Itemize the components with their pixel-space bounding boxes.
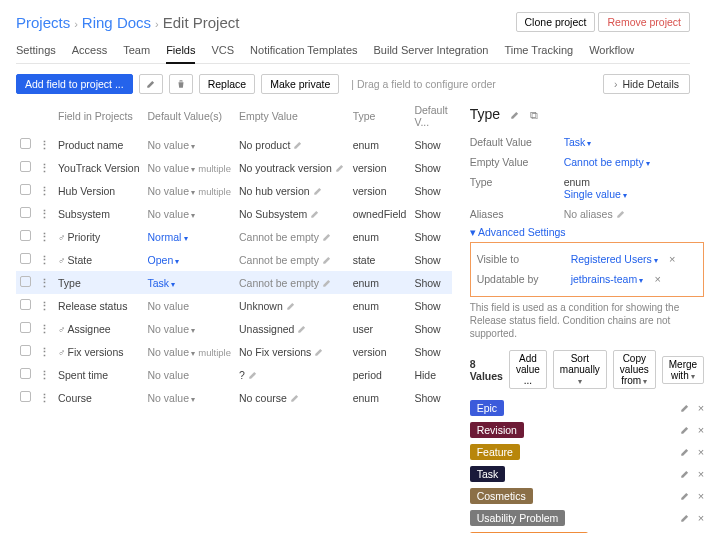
- table-row[interactable]: ⋮SubsystemNo valueNo Subsystem ownedFiel…: [16, 202, 452, 225]
- row-checkbox[interactable]: [20, 184, 31, 195]
- tab-team[interactable]: Team: [123, 40, 150, 63]
- merge-with-button[interactable]: Merge with: [662, 356, 704, 384]
- advanced-settings-toggle[interactable]: ▾ Advanced Settings: [470, 226, 704, 238]
- hide-details-button[interactable]: Hide Details: [603, 74, 690, 94]
- copy-values-button[interactable]: Copy values from: [613, 350, 656, 389]
- edit-icon-button[interactable]: [139, 74, 163, 94]
- tab-workflow[interactable]: Workflow: [589, 40, 634, 63]
- row-checkbox[interactable]: [20, 230, 31, 241]
- value-remove-icon[interactable]: ×: [698, 468, 704, 480]
- drag-handle-icon[interactable]: ⋮: [39, 277, 50, 289]
- value-tag[interactable]: Task: [470, 466, 506, 482]
- value-remove-icon[interactable]: ×: [698, 402, 704, 414]
- breadcrumb-projects[interactable]: Projects: [16, 14, 70, 31]
- delete-icon-button[interactable]: [169, 74, 193, 94]
- value-tag[interactable]: Epic: [470, 400, 504, 416]
- panel-copy-icon[interactable]: ⧉: [530, 109, 538, 121]
- value-edit-icon[interactable]: [680, 490, 690, 502]
- value-remove-icon[interactable]: ×: [698, 424, 704, 436]
- default-value[interactable]: No value: [144, 317, 235, 340]
- breadcrumb-ring-docs[interactable]: Ring Docs: [82, 14, 151, 31]
- row-checkbox[interactable]: [20, 207, 31, 218]
- clone-project-button[interactable]: Clone project: [516, 12, 596, 32]
- field-name: Subsystem: [54, 202, 144, 225]
- panel-edit-icon[interactable]: [510, 109, 520, 121]
- add-value-button[interactable]: Add value ...: [509, 350, 547, 389]
- table-row[interactable]: ⋮CourseNo valueNo course enumShow: [16, 386, 452, 409]
- default-value[interactable]: No value: [144, 386, 235, 409]
- tab-notification-templates[interactable]: Notification Templates: [250, 40, 357, 63]
- updatable-by-value[interactable]: jetbrains-team: [571, 273, 644, 285]
- tab-vcs[interactable]: VCS: [211, 40, 234, 63]
- row-checkbox[interactable]: [20, 368, 31, 379]
- row-checkbox[interactable]: [20, 299, 31, 310]
- drag-handle-icon[interactable]: ⋮: [39, 162, 50, 174]
- drag-handle-icon[interactable]: ⋮: [39, 300, 50, 312]
- remove-project-button[interactable]: Remove project: [598, 12, 690, 32]
- value-edit-icon[interactable]: [680, 468, 690, 480]
- kv-empty-value[interactable]: Cannot be empty: [564, 156, 650, 168]
- default-value[interactable]: No value: [144, 133, 235, 156]
- updatable-by-remove-icon[interactable]: ×: [654, 273, 660, 285]
- alias-edit-icon[interactable]: [616, 208, 626, 220]
- replace-button[interactable]: Replace: [199, 74, 256, 94]
- default-value[interactable]: Task: [144, 271, 235, 294]
- default-value[interactable]: No valuemultiple: [144, 156, 235, 179]
- table-row[interactable]: ⋮♂StateOpenCannot be empty stateShow: [16, 248, 452, 271]
- default-value[interactable]: No valuemultiple: [144, 179, 235, 202]
- drag-handle-icon[interactable]: ⋮: [39, 346, 50, 358]
- value-tag[interactable]: Cosmetics: [470, 488, 533, 504]
- value-tag[interactable]: Revision: [470, 422, 524, 438]
- value-tag[interactable]: Usability Problem: [470, 510, 566, 526]
- row-checkbox[interactable]: [20, 345, 31, 356]
- row-checkbox[interactable]: [20, 161, 31, 172]
- table-row[interactable]: ⋮YouTrack VersionNo valuemultipleNo yout…: [16, 156, 452, 179]
- default-value[interactable]: Open: [144, 248, 235, 271]
- tab-build-server-integration[interactable]: Build Server Integration: [374, 40, 489, 63]
- table-row[interactable]: ⋮TypeTaskCannot be empty enumShow: [16, 271, 452, 294]
- value-remove-icon[interactable]: ×: [698, 512, 704, 524]
- value-edit-icon[interactable]: [680, 424, 690, 436]
- value-edit-icon[interactable]: [680, 512, 690, 524]
- tab-time-tracking[interactable]: Time Tracking: [504, 40, 573, 63]
- value-remove-icon[interactable]: ×: [698, 490, 704, 502]
- visible-to-value[interactable]: Registered Users: [571, 253, 658, 265]
- visible-to-remove-icon[interactable]: ×: [669, 253, 675, 265]
- make-private-button[interactable]: Make private: [261, 74, 339, 94]
- add-field-button[interactable]: Add field to project ...: [16, 74, 133, 94]
- table-row[interactable]: ⋮♂Fix versionsNo valuemultipleNo Fix ver…: [16, 340, 452, 363]
- table-row[interactable]: ⋮Hub VersionNo valuemultipleNo hub versi…: [16, 179, 452, 202]
- drag-handle-icon[interactable]: ⋮: [39, 323, 50, 335]
- tab-fields[interactable]: Fields: [166, 40, 195, 64]
- kv-default-value[interactable]: Task: [564, 136, 592, 148]
- table-row[interactable]: ⋮Product nameNo valueNo product enumShow: [16, 133, 452, 156]
- drag-handle-icon[interactable]: ⋮: [39, 369, 50, 381]
- drag-handle-icon[interactable]: ⋮: [39, 392, 50, 404]
- default-value[interactable]: No value: [144, 202, 235, 225]
- row-checkbox[interactable]: [20, 138, 31, 149]
- row-checkbox[interactable]: [20, 253, 31, 264]
- tab-access[interactable]: Access: [72, 40, 107, 63]
- sort-button[interactable]: Sort manually: [553, 350, 607, 389]
- table-row[interactable]: ⋮♂AssigneeNo valueUnassigned userShow: [16, 317, 452, 340]
- field-type: period: [349, 363, 411, 386]
- row-checkbox[interactable]: [20, 322, 31, 333]
- default-value[interactable]: Normal: [144, 225, 235, 248]
- default-value[interactable]: No valuemultiple: [144, 340, 235, 363]
- table-row[interactable]: ⋮Spent timeNo value? periodHide: [16, 363, 452, 386]
- table-row[interactable]: ⋮Release statusNo valueUnknown enumShow: [16, 294, 452, 317]
- drag-handle-icon[interactable]: ⋮: [39, 231, 50, 243]
- drag-handle-icon[interactable]: ⋮: [39, 139, 50, 151]
- row-checkbox[interactable]: [20, 391, 31, 402]
- value-edit-icon[interactable]: [680, 446, 690, 458]
- drag-handle-icon[interactable]: ⋮: [39, 254, 50, 266]
- row-checkbox[interactable]: [20, 276, 31, 287]
- drag-handle-icon[interactable]: ⋮: [39, 185, 50, 197]
- tab-settings[interactable]: Settings: [16, 40, 56, 63]
- value-edit-icon[interactable]: [680, 402, 690, 414]
- table-row[interactable]: ⋮♂PriorityNormalCannot be empty enumShow: [16, 225, 452, 248]
- drag-handle-icon[interactable]: ⋮: [39, 208, 50, 220]
- value-remove-icon[interactable]: ×: [698, 446, 704, 458]
- kv-type-mode[interactable]: Single value: [564, 188, 627, 200]
- value-tag[interactable]: Feature: [470, 444, 520, 460]
